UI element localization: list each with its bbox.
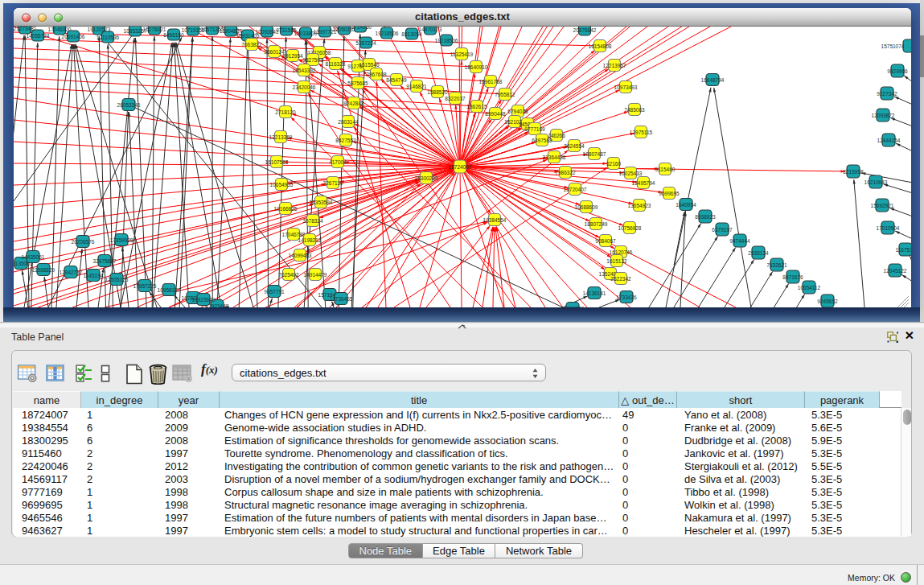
svg-text:18640910: 18640910: [465, 64, 488, 70]
svg-text:7632621: 7632621: [766, 262, 787, 268]
svg-text:9660124: 9660124: [264, 49, 285, 55]
svg-text:3578334: 3578334: [302, 218, 323, 224]
svg-text:11568829: 11568829: [32, 267, 55, 273]
svg-text:10654935: 10654935: [270, 182, 294, 187]
svg-text:3267110: 3267110: [323, 180, 343, 186]
svg-text:13654923: 13654923: [628, 203, 651, 208]
svg-text:10807487: 10807487: [583, 151, 606, 157]
svg-text:7625402: 7625402: [278, 272, 299, 278]
svg-text:1515546: 1515546: [359, 62, 380, 68]
svg-text:1615132: 1615132: [606, 258, 627, 264]
svg-text:1145194: 1145194: [84, 273, 104, 278]
svg-text:1640954: 1640954: [676, 202, 696, 208]
svg-text:11724960: 11724960: [349, 27, 372, 30]
svg-text:10973493: 10973493: [614, 84, 638, 90]
svg-text:20876842: 20876842: [573, 27, 597, 33]
svg-text:62160: 62160: [606, 161, 621, 167]
svg-text:15692921: 15692921: [871, 203, 894, 208]
svg-text:23420046: 23420046: [293, 84, 316, 90]
svg-text:12975115: 12975115: [630, 130, 653, 135]
svg-text:18495794: 18495794: [632, 180, 655, 186]
svg-text:7485063: 7485063: [624, 107, 645, 113]
svg-text:9227342: 9227342: [877, 91, 897, 97]
svg-text:15720407: 15720407: [564, 187, 587, 192]
svg-text:2935134: 2935134: [748, 250, 769, 256]
svg-text:8938923: 8938923: [695, 214, 716, 220]
svg-text:1167533: 1167533: [896, 247, 911, 253]
svg-text:19218506: 19218506: [376, 31, 399, 36]
svg-text:2967608: 2967608: [366, 72, 387, 77]
svg-text:1733426: 1733426: [616, 295, 637, 300]
svg-text:11325419: 11325419: [450, 51, 474, 57]
svg-text:12444154: 12444154: [877, 138, 901, 143]
svg-text:17359928: 17359928: [110, 237, 133, 243]
svg-text:25300203: 25300203: [415, 175, 438, 181]
svg-text:1588520: 1588520: [427, 89, 448, 95]
svg-text:12110536: 12110536: [97, 35, 120, 40]
svg-text:26053346: 26053346: [117, 102, 141, 108]
svg-text:10923649: 10923649: [192, 297, 216, 303]
svg-text:32975887: 32975887: [93, 258, 117, 264]
svg-text:9777169: 9777169: [524, 126, 545, 132]
svg-text:14198212: 14198212: [298, 237, 322, 243]
svg-text:19166825: 19166825: [274, 206, 298, 212]
svg-text:10756928: 10756928: [618, 225, 642, 231]
svg-text:18724007: 18724007: [449, 164, 472, 170]
svg-text:16154808: 16154808: [589, 43, 612, 49]
svg-text:12353594: 12353594: [310, 200, 333, 205]
svg-text:12505125: 12505125: [105, 277, 129, 282]
svg-text:16107563: 16107563: [265, 159, 289, 165]
svg-text:19218506: 19218506: [435, 38, 458, 43]
svg-text:17046020: 17046020: [48, 27, 72, 32]
svg-text:5357224: 5357224: [355, 40, 376, 46]
svg-text:17010504: 17010504: [877, 225, 900, 231]
svg-text:8322037: 8322037: [445, 96, 466, 101]
svg-text:8813054: 8813054: [401, 31, 422, 37]
svg-text:14470173: 14470173: [419, 27, 442, 32]
svg-text:6497568: 6497568: [532, 138, 552, 143]
svg-text:15751074: 15751074: [881, 43, 905, 49]
svg-text:9829966: 9829966: [887, 68, 908, 74]
svg-text:18807249: 18807249: [585, 221, 608, 227]
svg-text:7663822: 7663822: [241, 42, 262, 47]
svg-text:17046788: 17046788: [282, 232, 306, 237]
svg-text:20691406: 20691406: [62, 34, 85, 39]
svg-text:6794028: 6794028: [507, 109, 528, 114]
svg-text:2718120: 2718120: [275, 109, 296, 115]
svg-text:5875685: 5875685: [347, 80, 368, 86]
svg-text:12213967: 12213967: [603, 63, 626, 68]
svg-text:16543392: 16543392: [293, 68, 316, 73]
svg-text:9084067: 9084067: [595, 238, 616, 244]
svg-text:14914479: 14914479: [304, 272, 327, 278]
svg-text:19384554: 19384554: [483, 217, 507, 223]
svg-text:417004: 417004: [329, 159, 347, 165]
svg-text:8427552: 8427552: [335, 138, 356, 143]
svg-text:10958127: 10958127: [158, 287, 181, 293]
svg-text:16210643: 16210643: [864, 179, 888, 185]
svg-text:3624554: 3624554: [564, 143, 585, 149]
svg-text:2522342: 2522342: [610, 276, 631, 282]
svg-text:16648794: 16648794: [701, 77, 725, 83]
svg-text:12093872: 12093872: [872, 113, 895, 118]
svg-text:8990448: 8990448: [485, 111, 506, 117]
svg-text:10654112: 10654112: [798, 285, 821, 290]
svg-text:7986322: 7986322: [555, 170, 576, 175]
svg-text:14136141: 14136141: [583, 290, 606, 296]
svg-text:9115460: 9115460: [655, 167, 676, 172]
svg-text:10025433: 10025433: [619, 171, 643, 176]
svg-text:20206576: 20206576: [72, 239, 95, 245]
svg-text:9657791: 9657791: [264, 289, 285, 295]
svg-text:8215958: 8215958: [843, 169, 864, 175]
svg-text:7955812: 7955812: [495, 92, 515, 97]
svg-text:8116328: 8116328: [326, 61, 346, 67]
svg-text:2803144: 2803144: [338, 119, 359, 125]
svg-text:14435061: 14435061: [22, 254, 45, 260]
svg-text:17957225: 17957225: [133, 283, 157, 289]
svg-text:9242848: 9242848: [343, 101, 364, 106]
svg-text:9827503: 9827503: [302, 57, 323, 63]
svg-text:16961758: 16961758: [479, 79, 503, 84]
svg-text:16120746: 16120746: [610, 249, 633, 255]
svg-text:1362615: 1362615: [466, 104, 487, 109]
svg-text:9474444: 9474444: [729, 238, 750, 244]
svg-text:10688609: 10688609: [575, 204, 598, 210]
